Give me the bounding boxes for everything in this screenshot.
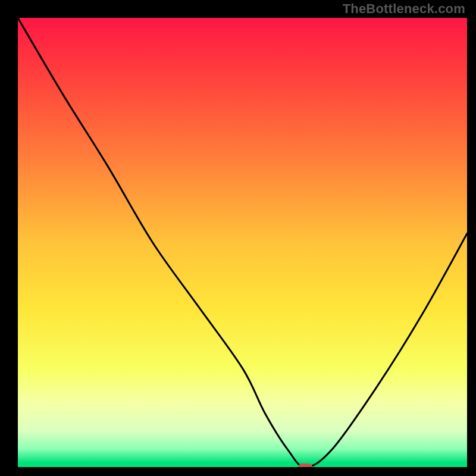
chart-frame: TheBottleneck.com [0, 0, 476, 476]
plot-background-gradient [18, 18, 467, 467]
minimum-marker [298, 464, 312, 471]
bottleneck-chart [0, 0, 476, 476]
